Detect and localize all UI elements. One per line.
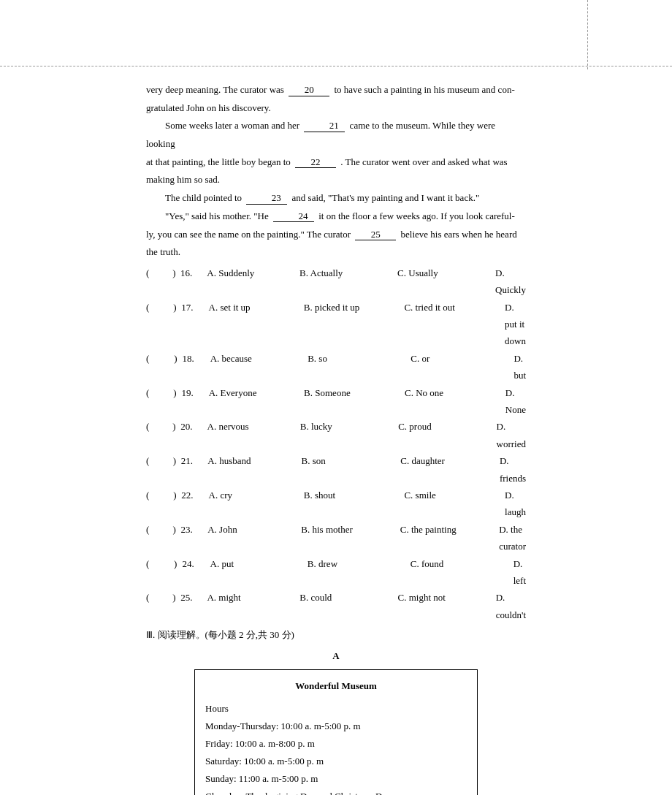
option-c: C. daughter: [400, 452, 500, 487]
option-d: D. friends: [500, 452, 526, 487]
passage-text: at that painting, the little boy began t…: [146, 156, 293, 167]
paren-right: ): [173, 384, 181, 419]
option-d: D. but: [513, 350, 526, 384]
paren-right: ): [173, 487, 181, 521]
blank-21[interactable]: 21: [304, 120, 345, 132]
paren-left: (: [146, 265, 156, 299]
passage-line: ly, you can see the name on the painting…: [146, 226, 526, 244]
blank-25[interactable]: 25: [355, 229, 396, 241]
passage-line: the truth.: [146, 243, 526, 262]
answer-space[interactable]: [156, 265, 173, 299]
paren-left: (: [146, 555, 156, 590]
passage-text: and said, "That's my painting and I want…: [292, 192, 480, 203]
cloze-row: ()21.A. husbandB. sonC. daughterD. frien…: [146, 452, 526, 487]
cloze-number: 17.: [181, 299, 208, 350]
museum-info-line: Closed on Thanksgiving Day and Christmas…: [205, 788, 467, 795]
main-content: very deep meaning. The curator was 20 to…: [146, 81, 526, 795]
option-a: A. set it up: [209, 299, 304, 350]
passage-text: making him so sad.: [146, 174, 220, 185]
option-d: D. worried: [497, 418, 526, 452]
cloze-number: 19.: [181, 384, 208, 419]
option-b: B. lucky: [300, 418, 398, 452]
option-a: A. nervous: [207, 418, 300, 452]
passage-line: gratulated John on his discovery.: [146, 99, 526, 118]
cloze-row: ()25.A. mightB. couldC. might notD. coul…: [146, 589, 526, 623]
passage-text: to have such a painting in his museum an…: [334, 84, 514, 95]
option-b: B. picked it up: [304, 299, 405, 350]
paren-right: ): [174, 350, 182, 384]
cloze-number: 25.: [180, 589, 207, 623]
paren-right: ): [174, 555, 182, 590]
paren-left: (: [146, 384, 156, 419]
answer-space[interactable]: [156, 384, 173, 419]
museum-lines-container: HoursMonday-Thursday: 10:00 a. m-5:00 p.…: [205, 700, 467, 795]
paren-right: ): [172, 265, 180, 299]
option-b: B. so: [308, 350, 411, 384]
passage-text: "Yes," said his mother. "He: [165, 210, 271, 221]
option-b: B. his mother: [301, 521, 400, 555]
paren-right: ): [173, 521, 181, 555]
answer-space[interactable]: [156, 487, 173, 521]
cloze-number: 20.: [180, 418, 207, 452]
museum-info-line: Sunday: 11:00 a. m-5:00 p. m: [205, 770, 467, 788]
option-a: A. Suddenly: [207, 265, 299, 299]
option-a: A. put: [210, 555, 308, 590]
cloze-number: 16.: [180, 265, 207, 299]
passage-text: very deep meaning. The curator was: [146, 84, 286, 95]
header-rule-area: [0, 0, 672, 66]
passage-text: it on the floor a few weeks ago. If you …: [318, 210, 515, 221]
option-d: D. Quickly: [495, 265, 526, 299]
cloze-row: ()23.A. JohnB. his motherC. the painting…: [146, 521, 526, 555]
blank-24[interactable]: 24: [273, 210, 314, 223]
passage-text: the truth.: [146, 246, 180, 257]
blank-20[interactable]: 20: [289, 84, 329, 96]
answer-space[interactable]: [156, 350, 174, 384]
cloze-row: ()19.A. EveryoneB. SomeoneC. No oneD. No…: [146, 384, 526, 419]
option-d: D. the curator: [499, 521, 526, 555]
option-d: D. put it down: [505, 299, 526, 350]
answer-space[interactable]: [156, 555, 174, 590]
answer-space[interactable]: [156, 521, 173, 555]
option-b: B. shout: [304, 487, 405, 521]
option-c: C. tried it out: [404, 299, 505, 350]
museum-info-line: Monday-Thursday: 10:00 a. m-5:00 p. m: [205, 718, 467, 735]
paren-left: (: [146, 418, 156, 452]
option-b: B. Someone: [304, 384, 405, 419]
passage-text: The child pointed to: [165, 192, 244, 203]
section-3-heading: Ⅲ. 阅读理解。(每小题 2 分,共 30 分): [146, 626, 526, 644]
option-b: B. drew: [308, 555, 411, 590]
paren-right: ): [173, 299, 181, 350]
cloze-row: ()18.A. becauseB. soC. orD. but: [146, 350, 526, 384]
cloze-row: ()20.A. nervousB. luckyC. proudD. worrie…: [146, 418, 526, 452]
answer-space[interactable]: [156, 589, 173, 623]
option-c: C. or: [411, 350, 513, 384]
passage-line: "Yes," said his mother. "He 24 it on the…: [146, 208, 526, 226]
option-a: A. husband: [207, 452, 301, 487]
option-c: C. found: [411, 555, 513, 590]
paren-right: ): [172, 418, 180, 452]
passage-text: gratulated John on his discovery.: [146, 102, 271, 113]
paren-left: (: [146, 299, 156, 350]
answer-space[interactable]: [156, 452, 173, 487]
option-b: B. son: [302, 452, 401, 487]
option-c: C. Usually: [397, 265, 495, 299]
paren-right: ): [172, 589, 180, 623]
paren-right: ): [173, 452, 181, 487]
paren-left: (: [146, 350, 156, 384]
option-b: B. Actually: [299, 265, 397, 299]
blank-23[interactable]: 23: [246, 192, 287, 205]
option-a: A. because: [210, 350, 308, 384]
paren-left: (: [146, 589, 156, 623]
cloze-number: 22.: [181, 487, 208, 521]
answer-space[interactable]: [156, 299, 173, 350]
museum-title: Wonderful Museum: [205, 677, 467, 696]
cloze-row: ()24.A. putB. drewC. foundD. left: [146, 555, 526, 590]
blank-22[interactable]: 22: [295, 156, 336, 169]
option-a: A. John: [207, 521, 301, 555]
passage-text: . The curator went over and asked what w…: [340, 156, 507, 167]
passage-text: ly, you can see the name on the painting…: [146, 229, 353, 240]
museum-info-box: Wonderful Museum HoursMonday-Thursday: 1…: [194, 669, 478, 795]
option-c: C. smile: [404, 487, 505, 521]
paren-left: (: [146, 452, 156, 487]
answer-space[interactable]: [156, 418, 173, 452]
